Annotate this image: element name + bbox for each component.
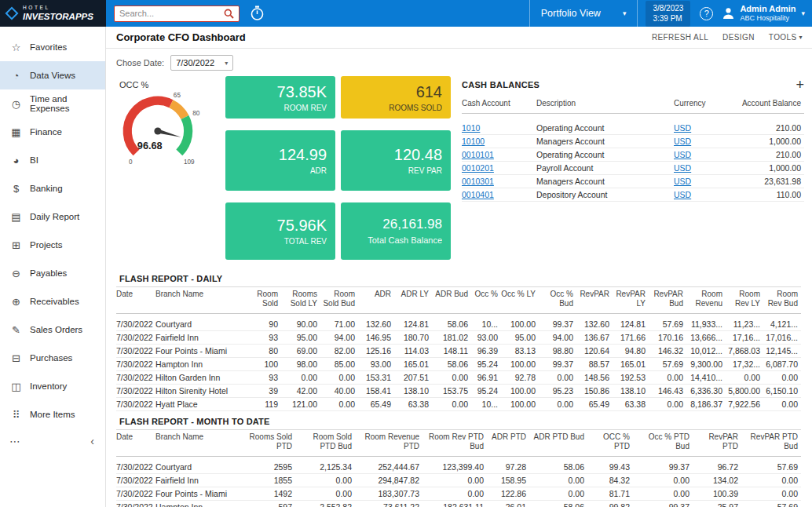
column-header-revpar-ptd-bud[interactable]: RevPAR PTD Bud	[741, 430, 801, 457]
cell: 13,666...	[686, 331, 726, 345]
cell-link-cash-account[interactable]: 0010301	[462, 177, 494, 186]
collapse-sidebar-icon[interactable]: ‹	[90, 435, 94, 447]
kpi-tile-total-cash-balance: 26,161.98Total Cash Balance	[341, 202, 451, 260]
business-date[interactable]: 3/8/2023 3:39 PM	[646, 1, 690, 27]
cell: 92.78	[501, 371, 539, 385]
cell-link-cash-account[interactable]: 0010401	[462, 190, 494, 199]
column-header-occ[interactable]: Occ %	[471, 287, 501, 314]
column-header-cash-account[interactable]: Cash Account	[462, 97, 536, 114]
sidebar-item-banking[interactable]: $Banking	[0, 174, 105, 202]
cell-link-cash-account[interactable]: 10100	[462, 137, 485, 146]
column-header-revpar-ly[interactable]: RevPAR LY	[613, 287, 649, 314]
cell-link-currency[interactable]: USD	[674, 123, 691, 133]
cell-link-cash-account[interactable]: 0010101	[462, 150, 494, 159]
design-button[interactable]: DESIGN	[722, 33, 755, 42]
search-input[interactable]	[119, 9, 221, 18]
column-header-occ-ptd[interactable]: OCC % PTD	[587, 430, 633, 457]
sidebar-item-inventory[interactable]: ◫Inventory	[0, 372, 105, 400]
column-header-room-rev-bud[interactable]: Room Rev Bud	[763, 287, 801, 314]
column-header-rooms-sold-ptd[interactable]: Rooms Sold PTD	[248, 430, 295, 457]
cell: 14,410...	[686, 371, 726, 385]
cell: 0.00	[763, 371, 801, 385]
cell-link-currency[interactable]: USD	[674, 177, 691, 186]
sidebar-item-projects[interactable]: ⊞Projects	[0, 231, 105, 259]
sidebar-item-purchases[interactable]: ⊟Purchases	[0, 344, 105, 372]
column-header-description[interactable]: Description	[536, 97, 674, 114]
sidebar-item-favorites[interactable]: ☆Favorites	[0, 33, 105, 61]
add-icon[interactable]: +	[796, 80, 804, 90]
help-button[interactable]: ?	[700, 7, 713, 20]
cell: Four Points - Miami	[155, 487, 248, 501]
sidebar-item-time-and-expenses[interactable]: ◷Time and Expenses	[0, 89, 105, 118]
column-header-room-revenue-ptd[interactable]: Room Revenue PTD	[355, 430, 422, 457]
date-select[interactable]: 7/30/2022 ▾	[170, 55, 233, 71]
gauge-title: OCC %	[119, 80, 216, 89]
sidebar-item-receivables[interactable]: ⊕Receivables	[0, 287, 105, 316]
user-text: Admin Admin ABC Hospitality	[740, 4, 796, 23]
column-header-revpar[interactable]: RevPAR	[576, 287, 613, 314]
cell: 100.00	[501, 398, 539, 411]
column-header-occ-ly[interactable]: Occ % LY	[501, 287, 539, 314]
cell: 1855	[248, 474, 295, 487]
cell: 6,150.10	[763, 385, 801, 398]
column-header-revpar-bud[interactable]: RevPAR Bud	[649, 287, 686, 314]
sidebar-item-label: Projects	[30, 240, 63, 250]
tools-dropdown[interactable]: TOOLS ▾	[769, 33, 803, 42]
cell: 84.32	[587, 474, 633, 487]
user-menu[interactable]: Admin Admin ABC Hospitality ▾	[722, 4, 812, 23]
column-header-room-sold[interactable]: Room Sold	[248, 287, 281, 314]
portfolio-view-dropdown[interactable]: Portfolio View ▾	[529, 0, 638, 27]
column-header-room-revenu[interactable]: Room Revenu	[686, 287, 726, 314]
cell: 134.02	[693, 474, 741, 487]
cell: Hyatt Place	[155, 398, 248, 411]
column-header-occ-ptd-bud[interactable]: Occ % PTD Bud	[633, 430, 693, 457]
sidebar-item-data-views[interactable]: ◔Data Views	[0, 61, 105, 89]
sidebar-item-bi[interactable]: ◕BI	[0, 146, 105, 174]
cell-link-cash-account[interactable]: 0010201	[462, 163, 494, 173]
column-header-account-balance[interactable]: Account Balance	[733, 97, 804, 114]
cell: 210.00	[733, 148, 804, 162]
cell: 0.00	[539, 398, 576, 411]
column-header-adr[interactable]: ADR	[358, 287, 394, 314]
column-header-adr-ly[interactable]: ADR LY	[394, 287, 432, 314]
column-header-rooms-sold-ly[interactable]: Rooms Sold LY	[281, 287, 320, 314]
cell-link-currency[interactable]: USD	[674, 190, 691, 199]
column-header-room-sold-ptd-bud[interactable]: Room Sold PTD Bud	[295, 430, 355, 457]
cell: Operating Account	[536, 114, 674, 135]
chevron-down-icon: ▾	[799, 34, 803, 41]
refresh-all-button[interactable]: REFRESH ALL	[652, 33, 708, 42]
column-header-adr-ptd-bud[interactable]: ADR PTD Bud	[529, 430, 587, 457]
more-options-icon[interactable]: ⋯	[9, 435, 20, 447]
report-icon: ▤	[9, 211, 23, 223]
column-header-date[interactable]: Date	[116, 430, 155, 457]
column-header-room-sold-bud[interactable]: Room Sold Bud	[320, 287, 358, 314]
column-header-room-rev-ptd-bud[interactable]: Room Rev PTD Bud	[422, 430, 487, 457]
cell: 17,16...	[726, 331, 763, 345]
logo-icon	[5, 7, 19, 20]
sidebar-item-payables[interactable]: ⊖Payables	[0, 259, 105, 287]
sidebar-item-sales-orders[interactable]: ✎Sales Orders	[0, 316, 105, 344]
stopwatch-icon[interactable]	[250, 5, 265, 21]
kpi-label: ADR	[310, 166, 327, 175]
sidebar-item-finance[interactable]: ▦Finance	[0, 118, 105, 146]
cell-link-cash-account[interactable]: 1010	[462, 123, 480, 133]
table-row: 7/30/2022Hilton Sirenity Hotel3942.0040.…	[116, 385, 801, 398]
column-header-date[interactable]: Date	[116, 287, 155, 314]
cell-link-currency[interactable]: USD	[674, 150, 691, 159]
search-icon[interactable]	[224, 9, 234, 19]
cell-link-currency[interactable]: USD	[674, 137, 691, 146]
cell: 138.10	[613, 385, 649, 398]
sidebar-item-daily-report[interactable]: ▤Daily Report	[0, 202, 105, 231]
sidebar-item-more-items[interactable]: ⠿More Items	[0, 400, 105, 429]
column-header-room-rev-ly[interactable]: Room Rev LY	[726, 287, 763, 314]
app-logo[interactable]: HOTEL INVESTORAPPS	[0, 0, 106, 27]
column-header-occ-bud[interactable]: Occ % Bud	[539, 287, 576, 314]
cell-link-currency[interactable]: USD	[674, 163, 691, 173]
cell: 1,000.00	[733, 162, 804, 175]
column-header-revpar-ptd[interactable]: RevPAR PTD	[693, 430, 741, 457]
column-header-adr-bud[interactable]: ADR Bud	[432, 287, 471, 314]
column-header-branch-name[interactable]: Branch Name	[155, 430, 248, 457]
column-header-currency[interactable]: Currency	[674, 97, 733, 114]
column-header-branch-name[interactable]: Branch Name	[155, 287, 248, 314]
column-header-adr-ptd[interactable]: ADR PTD	[487, 430, 529, 457]
